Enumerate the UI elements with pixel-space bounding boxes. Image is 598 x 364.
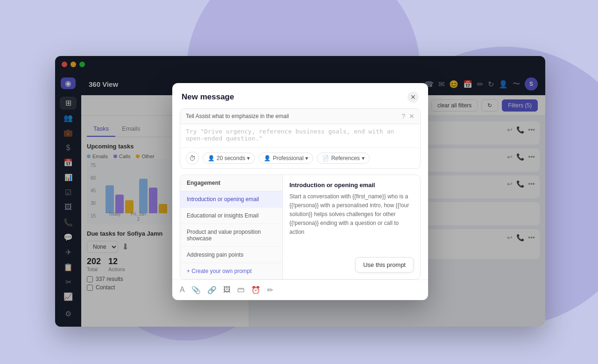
text-format-icon[interactable]: A [180, 286, 185, 294]
use-prompt-button[interactable]: Use this prompt [355, 257, 414, 273]
doc-icon: 📄 [322, 155, 329, 161]
arrow-down-icon-duration: ▾ [247, 155, 250, 161]
ai-prompt-header: Tell Assist what to emphasize in the ema… [180, 109, 420, 124]
ai-prompt-label: Tell Assist what to emphasize in the ema… [186, 113, 289, 119]
modal-overlay: New message ✕ Tell Assist what to emphas… [55, 56, 545, 327]
tone-button[interactable]: 👤 Professional ▾ [259, 153, 313, 164]
app-window: ◉ ⊞ 👥 💼 $ 📅 📊 ☑ 🖼 📞 💬 ✈ 📋 ✂ 📈 ⚙ 3 [55, 56, 545, 327]
engagement-area: Engagement Introduction or opening email… [180, 175, 421, 280]
modal-close-button[interactable]: ✕ [408, 91, 419, 103]
duration-button[interactable]: 👤 20 seconds ▾ [203, 153, 255, 164]
ai-options-row: ⏱ 👤 20 seconds ▾ 👤 Professional ▾ 📄 Refe… [180, 147, 420, 168]
attachment-icon[interactable]: 📎 [191, 286, 201, 294]
modal-title: New message [182, 92, 234, 102]
new-message-modal: New message ✕ Tell Assist what to emphas… [172, 83, 428, 300]
engagement-item-1[interactable]: Introduction or opening email [180, 191, 282, 208]
modal-footer: A 📎 🔗 🖼 🗃 ⏰ ✏ [172, 280, 428, 300]
engagement-header: Engagement [180, 175, 282, 191]
modal-header: New message ✕ [172, 83, 428, 108]
engagement-right-title: Introduction or opening email [289, 182, 414, 189]
ai-input-area [180, 124, 420, 147]
engagement-right-text: Start a conversation with {{first_name}}… [289, 192, 414, 237]
arrow-down-icon-tone: ▾ [305, 155, 308, 161]
engagement-item-4[interactable]: Addressing pain points [180, 247, 282, 263]
tone-icon: 👤 [264, 155, 271, 161]
pen-icon[interactable]: ✏ [267, 286, 273, 294]
link-icon[interactable]: 🔗 [207, 286, 217, 294]
ai-timing-icon[interactable]: ⏱ [186, 152, 199, 165]
gallery-icon[interactable]: 🗃 [237, 286, 245, 294]
help-icon[interactable]: ? [401, 112, 405, 120]
engagement-right: Introduction or opening email Start a co… [283, 175, 420, 279]
ai-prompt-input[interactable] [186, 128, 415, 142]
person-icon: 👤 [208, 155, 215, 161]
ai-prompt-section: Tell Assist what to emphasize in the ema… [180, 108, 421, 169]
clock-icon[interactable]: ⏰ [251, 286, 260, 294]
image-icon[interactable]: 🖼 [223, 286, 231, 294]
references-button[interactable]: 📄 References ▾ [317, 153, 369, 164]
ai-prompt-header-icons: ? ✕ [401, 112, 415, 120]
engagement-left: Engagement Introduction or opening email… [180, 175, 283, 279]
close-ai-icon[interactable]: ✕ [409, 112, 415, 120]
engagement-item-3[interactable]: Product and value proposition showcase [180, 224, 282, 247]
create-prompt-button[interactable]: + Create your own prompt [180, 263, 282, 279]
arrow-down-icon-refs: ▾ [362, 155, 365, 161]
engagement-item-2[interactable]: Educational or insights Email [180, 208, 282, 224]
